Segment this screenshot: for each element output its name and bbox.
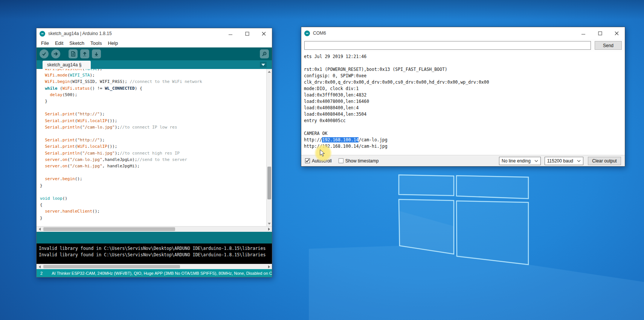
serial-window-title: COM6 [313,31,326,36]
chevron-down-icon [534,160,538,162]
ide-titlebar[interactable]: ∞ sketch_aug14a | Arduino 1.8.15 [37,28,272,39]
scroll-up-arrow[interactable] [267,69,272,74]
code-line: server.begin(); [40,176,266,182]
ide-maximize-button[interactable] [239,28,255,39]
serial-bottombar: Autoscroll Show timestamp No line ending… [301,155,625,166]
ide-minimize-button[interactable] [222,28,239,39]
serial-line: load:0x40078000,len:16460 [304,98,622,105]
code-line [40,104,266,111]
chevron-down-icon [577,160,581,162]
console-scroll-right-arrow[interactable] [266,264,272,269]
new-sketch-button[interactable] [69,49,78,58]
serial-line: clk_drv:0x00,q_drv:0x00,d_drv:0x00,cs0_d… [304,79,622,86]
code-line: WiFi.persistent(false); [40,69,266,72]
serial-minimize-button[interactable] [575,27,592,39]
serial-line: CAMERA OK [304,130,622,137]
ide-message-strip [37,232,272,243]
code-line: Serial.print(WiFi.localIP()); [40,118,266,124]
selected-text: 192.168.100.14 [322,137,359,142]
serial-output[interactable]: ets Jul 29 2019 12:21:46 rst:0x1 (POWERO… [301,52,625,155]
editor-horizontal-scrollbar[interactable] [37,226,272,232]
scroll-right-arrow[interactable] [266,227,272,232]
code-area[interactable]: WiFi.persistent(false); WiFi.mode(WIFI_S… [37,69,266,226]
arrow-up-icon [82,51,87,57]
check-icon [41,51,47,57]
serial-line [304,60,622,66]
code-line: while (WiFi.status() != WL_CONNECTED) { [40,85,266,92]
serial-titlebar[interactable]: ∞ COM6 [301,27,625,39]
console-scroll-left-arrow[interactable] [37,264,43,269]
code-line [40,169,266,176]
code-line: Serial.println("/cam-lo.jpg");//to conne… [40,124,266,130]
serial-line: ets Jul 29 2019 12:21:46 [304,54,622,60]
arduino-app-icon: ∞ [40,31,45,37]
editor-vertical-scrollbar[interactable] [266,69,272,226]
serial-line [304,124,622,130]
autoscroll-checkbox[interactable] [305,158,310,163]
status-board-info: AI Thinker ESP32-CAM, 240MHz (WiFi/BT), … [52,271,272,276]
ide-tabstrip: sketch_aug14a § [37,60,272,69]
magnifier-icon [262,51,267,57]
arrow-right-icon [53,51,58,57]
code-line: Serial.print("http://"); [40,137,266,143]
line-ending-value: No line ending [502,158,531,164]
ide-close-button[interactable] [255,28,272,39]
ide-window-title: sketch_aug14a | Arduino 1.8.15 [48,31,112,36]
code-line: server.on("/cam-lo.jpg",handleJpgLo);//s… [40,156,266,163]
serial-line: mode:DIO, clock div:1 [304,86,622,92]
tab-sketch-aug14a[interactable]: sketch_aug14a § [43,61,91,69]
code-line: server.on("/cam-hi.jpg", handleJpgHi); [40,163,266,169]
chevron-down-icon [261,64,265,66]
serial-line: http://192.168.100.14/cam-lo.jpg [304,137,622,143]
serial-monitor-window: ∞ COM6 Send ets Jul 29 2019 12:21:46 rst… [301,27,625,167]
arrow-down-icon [94,51,99,57]
show-timestamp-checkbox[interactable] [339,158,343,163]
clear-output-button[interactable]: Clear output [588,157,621,165]
code-line: Serial.print(WiFi.localIP()); [40,143,266,150]
editor-vscroll-thumb[interactable] [267,167,271,200]
code-line: delay(500); [40,92,266,98]
editor-hscroll-thumb[interactable] [43,227,175,231]
console-horizontal-scrollbar[interactable] [37,264,272,269]
console-line: Invalid library found in C:\Users\Servis… [39,245,270,252]
serial-monitor-button[interactable] [260,49,269,58]
serial-line: rst:0x1 (POWERON_RESET),boot:0x13 (SPI_F… [304,66,622,73]
open-sketch-button[interactable] [80,49,89,58]
desktop: ∞ sketch_aug14a | Arduino 1.8.15 FileEdi… [0,0,644,320]
tab-list-dropdown-button[interactable] [260,62,267,67]
menu-file[interactable]: File [38,40,52,46]
code-line: } [40,98,266,104]
mouse-cursor-icon [320,149,326,158]
baud-rate-dropdown[interactable]: 115200 baud [545,157,583,165]
upload-button[interactable] [51,49,60,58]
serial-close-button[interactable] [608,27,625,39]
code-line: Serial.print("http://"); [40,111,266,117]
verify-button[interactable] [40,49,49,58]
serial-line: http://192.168.100.14/cam-hi.jpg [304,143,622,150]
status-line-number: 2 [40,271,43,276]
baud-rate-value: 115200 baud [547,158,573,164]
menu-edit[interactable]: Edit [52,40,66,46]
code-line: } [40,215,266,221]
scroll-left-arrow[interactable] [37,227,43,232]
menu-tools[interactable]: Tools [87,40,105,46]
menu-sketch[interactable]: Sketch [66,40,87,46]
serial-line: load:0x40080404,len:3504 [304,111,622,118]
console-line: Invalid library found in C:\Users\Servis… [39,252,270,258]
menu-help[interactable]: Help [105,40,121,46]
code-editor[interactable]: WiFi.persistent(false); WiFi.mode(WIFI_S… [37,69,272,226]
scroll-down-arrow[interactable] [267,221,272,226]
code-line: Serial.println("/cam-hi.jpg");//to conne… [40,150,266,156]
ide-menubar: FileEditSketchToolsHelp [37,39,272,47]
line-ending-dropdown[interactable]: No line ending [499,157,541,165]
serial-send-input[interactable] [304,41,591,50]
code-line: void loop() [40,195,266,202]
serial-input-row: Send [301,39,625,52]
serial-line: load:0x3fff0030,len:4832 [304,92,622,98]
ide-console-output: Invalid library found in C:\Users\Servis… [37,243,272,264]
serial-maximize-button[interactable] [592,27,608,39]
send-button[interactable]: Send [595,41,622,50]
console-hscroll-thumb[interactable] [43,265,180,268]
arduino-ide-window: ∞ sketch_aug14a | Arduino 1.8.15 FileEdi… [36,28,272,277]
save-sketch-button[interactable] [92,49,101,58]
